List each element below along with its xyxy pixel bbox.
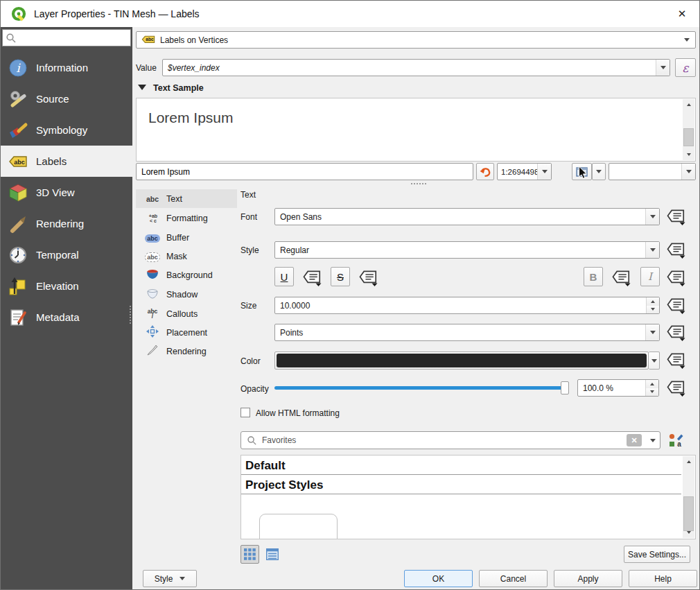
label-mode-select[interactable]: abc Labels on Vertices (136, 31, 696, 49)
ok-button[interactable]: OK (404, 570, 473, 587)
tab-buffer[interactable]: abc Buffer (136, 228, 237, 247)
tab-rendering[interactable]: Rendering (136, 342, 237, 361)
sidebar-item-3d-view[interactable]: 3D View (1, 177, 132, 208)
clear-search-icon[interactable]: ✕ (627, 434, 642, 446)
color-dropdown[interactable] (649, 352, 660, 370)
preview-scrollbar[interactable] (683, 99, 694, 160)
opacity-slider-track[interactable] (274, 386, 567, 390)
data-defined-override-icon[interactable] (666, 297, 687, 314)
sample-scale-combo[interactable]: 1:2694498 (497, 163, 552, 180)
size-units-select[interactable]: Points (274, 324, 660, 341)
sidebar-search[interactable] (2, 29, 131, 46)
chevron-down-icon[interactable] (681, 164, 695, 180)
list-view-icon (266, 548, 279, 560)
save-settings-button[interactable]: Save Settings... (624, 546, 690, 563)
bold-button[interactable]: B (584, 267, 603, 286)
style-filter-value: Favorites (257, 435, 627, 445)
scroll-up-icon[interactable] (683, 456, 694, 467)
data-defined-override-icon[interactable] (666, 269, 687, 286)
rendering-brush-icon (146, 344, 159, 356)
style-preview-item[interactable] (259, 514, 338, 539)
data-defined-override-icon[interactable] (666, 324, 687, 341)
sidebar-item-source[interactable]: Source (1, 83, 132, 114)
italic-button[interactable]: I (640, 267, 660, 286)
value-expression: $vertex_index (163, 63, 656, 73)
chevron-down-icon[interactable] (645, 209, 659, 225)
chevron-down-icon[interactable] (537, 164, 551, 180)
font-color-button[interactable] (274, 352, 649, 370)
style-filter-combo[interactable]: Favorites ✕ (240, 431, 660, 449)
splitter-handle[interactable] (130, 306, 131, 324)
font-style-select[interactable]: Regular (274, 241, 660, 259)
sidebar-item-metadata[interactable]: Metadata (1, 302, 132, 333)
chevron-down-icon[interactable] (645, 242, 659, 258)
scrollbar-thumb[interactable] (683, 128, 694, 146)
tab-label: Background (166, 270, 213, 280)
styles-scrollbar[interactable] (683, 456, 694, 538)
tab-mask[interactable]: abc Mask (136, 247, 237, 266)
list-view-button[interactable] (263, 545, 281, 564)
expression-builder-button[interactable]: ε (675, 58, 696, 77)
data-defined-override-icon[interactable] (666, 241, 687, 259)
color-swatch (277, 354, 647, 367)
collapse-triangle-icon[interactable] (138, 85, 146, 90)
style-section-default: Default (241, 455, 681, 475)
map-units-combo[interactable] (609, 163, 696, 180)
sidebar-item-temporal[interactable]: Temporal (1, 239, 132, 270)
sidebar-item-rendering[interactable]: Rendering (1, 208, 132, 239)
search-icon (247, 435, 257, 446)
style-browser-panel[interactable]: Default Project Styles (240, 455, 696, 539)
data-defined-override-icon[interactable] (302, 269, 323, 286)
size-spinbox[interactable]: 10.0000 (274, 297, 660, 314)
tab-label: Shadow (166, 290, 198, 300)
strikethrough-button[interactable]: S (331, 267, 350, 286)
apply-button[interactable]: Apply (554, 570, 622, 587)
sidebar-search-input[interactable] (17, 33, 121, 43)
scrollbar-thumb[interactable] (683, 496, 694, 531)
chevron-down-icon[interactable] (656, 60, 670, 76)
data-defined-override-icon[interactable] (666, 352, 687, 369)
underline-button[interactable]: U (274, 267, 294, 286)
sidebar-item-elevation[interactable]: Elevation (1, 270, 132, 302)
chevron-down-icon[interactable] (646, 432, 660, 449)
spin-up-icon (646, 380, 658, 388)
scroll-down-icon[interactable] (683, 149, 694, 160)
scale-value: 1:2694498 (498, 168, 537, 176)
tab-callouts[interactable]: abc/ Callouts (136, 304, 237, 323)
sidebar-item-label: Information (36, 62, 88, 73)
sidebar-item-symbology[interactable]: Symbology (1, 114, 132, 146)
reset-sample-button[interactable] (476, 163, 494, 180)
tab-formatting[interactable]: +ab< c Formatting (136, 209, 237, 227)
style-manager-icon[interactable]: a (668, 433, 683, 448)
tab-background[interactable]: Background (136, 266, 237, 284)
close-icon[interactable]: ✕ (673, 6, 691, 21)
splitter-handle-horizontal[interactable] (411, 183, 426, 184)
tab-placement[interactable]: Placement (136, 323, 237, 342)
svg-text:a: a (677, 440, 681, 448)
cube-3d-icon (8, 182, 28, 203)
style-menu-button[interactable]: Style (143, 570, 197, 587)
canvas-scale-dropdown[interactable] (592, 163, 606, 180)
placement-icon (146, 325, 159, 338)
value-expression-combo[interactable]: $vertex_index (162, 59, 670, 76)
opacity-slider-handle[interactable] (561, 381, 569, 394)
cancel-button[interactable]: Cancel (479, 570, 548, 587)
data-defined-override-icon[interactable] (666, 379, 687, 397)
scroll-up-icon[interactable] (683, 99, 694, 110)
tab-text[interactable]: abc Text (136, 189, 237, 208)
tab-shadow[interactable]: Shadow (136, 285, 237, 304)
data-defined-override-icon[interactable] (358, 269, 379, 286)
allow-html-checkbox[interactable] (240, 408, 250, 417)
data-defined-override-icon[interactable] (611, 269, 632, 286)
chevron-down-icon[interactable] (645, 324, 659, 340)
data-defined-override-icon[interactable] (666, 208, 687, 225)
information-icon: i (8, 58, 28, 78)
sidebar-item-labels[interactable]: abc Labels (1, 146, 132, 177)
sample-preview-text: Lorem Ipsum (148, 110, 234, 126)
icon-view-button[interactable] (240, 545, 259, 564)
sample-text-input[interactable] (136, 163, 473, 180)
help-button[interactable]: Help (629, 570, 697, 587)
sidebar-item-information[interactable]: i Information (1, 52, 132, 83)
opacity-spinbox[interactable]: 100.0 % (577, 379, 659, 397)
font-family-select[interactable]: Open Sans (274, 208, 660, 225)
